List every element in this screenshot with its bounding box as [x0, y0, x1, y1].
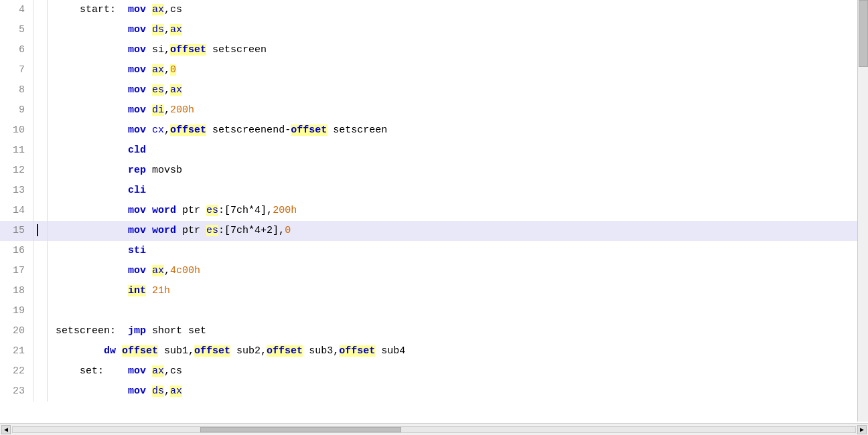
code-line[interactable]: 11 cld [0, 141, 857, 161]
code-line[interactable]: 9 mov di,200h [0, 100, 857, 120]
token: setscreen [206, 44, 267, 56]
code-line[interactable]: 22 set: mov ax,cs [0, 361, 857, 381]
token [146, 124, 152, 136]
line-marker [33, 20, 42, 40]
line-marker [33, 281, 42, 301]
token [56, 104, 128, 116]
line-number: 16 [0, 241, 33, 261]
token: ax [152, 365, 164, 377]
token: mov [128, 385, 146, 397]
code-content: start: mov ax,cs [53, 0, 182, 20]
token [56, 245, 128, 256]
token [146, 24, 152, 35]
horizontal-scrollbar[interactable]: ◀ ▶ [0, 423, 868, 435]
code-line[interactable]: 8 mov es,ax [0, 80, 857, 100]
token: ax [152, 4, 164, 15]
line-marker [33, 181, 42, 201]
code-content: mov es,ax [53, 80, 182, 100]
line-marker [33, 80, 42, 100]
line-marker [33, 241, 42, 261]
token: mov [128, 64, 146, 76]
code-line[interactable]: 13 cli [0, 181, 857, 201]
code-content: setscreen: jmp short set [53, 321, 206, 341]
token: mov [128, 84, 146, 96]
code-line[interactable]: 21 dw offset sub1,offset sub2,offset sub… [0, 341, 857, 361]
token: mov [128, 205, 146, 216]
divider-1 [47, 181, 48, 201]
token: ptr [176, 225, 206, 236]
line-number: 11 [0, 141, 33, 161]
code-line[interactable]: 10 mov cx,offset setscreenend-offset set… [0, 120, 857, 141]
vertical-scrollbar[interactable] [857, 0, 868, 422]
code-content: int 21h [53, 281, 170, 301]
divider-1 [47, 341, 48, 361]
token: ,cs [164, 365, 182, 377]
code-line[interactable]: 6 mov si,offset setscreen [0, 40, 857, 60]
code-content: mov ds,ax [53, 20, 182, 40]
code-line[interactable]: 15 mov word ptr es:[7ch*4+2],0 [0, 221, 857, 241]
line-marker [33, 141, 42, 161]
token: cx [152, 124, 164, 136]
token: mov [128, 365, 146, 377]
token [56, 205, 128, 216]
scroll-left-button[interactable]: ◀ [1, 425, 11, 434]
line-number: 6 [0, 40, 33, 60]
scroll-right-button[interactable]: ▶ [857, 425, 867, 434]
token [146, 365, 152, 377]
line-marker [33, 361, 42, 381]
token [146, 84, 152, 96]
token: , [164, 385, 170, 397]
line-number: 17 [0, 261, 33, 281]
code-line[interactable]: 20 setscreen: jmp short set [0, 321, 857, 341]
token [56, 385, 128, 397]
token: mov [128, 225, 146, 236]
code-line[interactable]: 12 rep movsb [0, 161, 857, 181]
token: cli [128, 185, 146, 196]
code-area: 4 start: mov ax,cs5 mov ds,ax6 mov si,of… [0, 0, 868, 423]
token: int [128, 285, 146, 296]
code-line[interactable]: 5 mov ds,ax [0, 20, 857, 40]
token: setscreen: [56, 325, 128, 337]
token: offset [194, 345, 230, 357]
code-content: dw offset sub1,offset sub2,offset sub3,o… [53, 341, 405, 361]
token: offset [170, 124, 206, 136]
token: 0 [285, 225, 291, 236]
token: di [152, 104, 164, 116]
token [116, 345, 122, 357]
divider-1 [47, 0, 48, 20]
code-line[interactable]: 17 mov ax,4c00h [0, 261, 857, 281]
code-line[interactable]: 19 [0, 301, 857, 321]
divider-1 [47, 20, 48, 40]
token: sub3, [303, 345, 339, 357]
code-line[interactable]: 16 sti [0, 241, 857, 261]
code-content: set: mov ax,cs [53, 361, 182, 381]
token: sub4 [375, 345, 405, 357]
code-line[interactable]: 18 int 21h [0, 281, 857, 301]
token: ptr [176, 205, 206, 216]
token [56, 44, 128, 56]
code-line[interactable]: 7 mov ax,0 [0, 60, 857, 80]
scrollbar-thumb[interactable] [859, 0, 868, 67]
line-marker [33, 381, 42, 402]
scrollbar-h-track[interactable] [12, 426, 856, 433]
code-content [53, 301, 62, 321]
code-content: mov ax,0 [53, 60, 176, 80]
lines-content[interactable]: 4 start: mov ax,cs5 mov ds,ax6 mov si,of… [0, 0, 868, 423]
code-line[interactable]: 4 start: mov ax,cs [0, 0, 857, 20]
code-line[interactable]: 23 mov ds,ax [0, 381, 857, 402]
scrollbar-h-thumb[interactable] [200, 427, 401, 432]
divider-1 [47, 141, 48, 161]
divider-1 [47, 201, 48, 221]
token: setscreen [327, 124, 387, 136]
token: cld [128, 145, 146, 156]
token: 4c00h [170, 265, 200, 276]
code-content: mov cx,offset setscreenend-offset setscr… [53, 120, 387, 141]
code-content: mov word ptr es:[7ch*4+2],0 [53, 221, 291, 241]
code-line[interactable]: 14 mov word ptr es:[7ch*4],200h [0, 201, 857, 221]
line-number: 4 [0, 0, 33, 20]
line-number: 5 [0, 20, 33, 40]
token [56, 64, 128, 76]
token [56, 165, 128, 176]
line-number: 7 [0, 60, 33, 80]
line-marker [33, 221, 42, 241]
